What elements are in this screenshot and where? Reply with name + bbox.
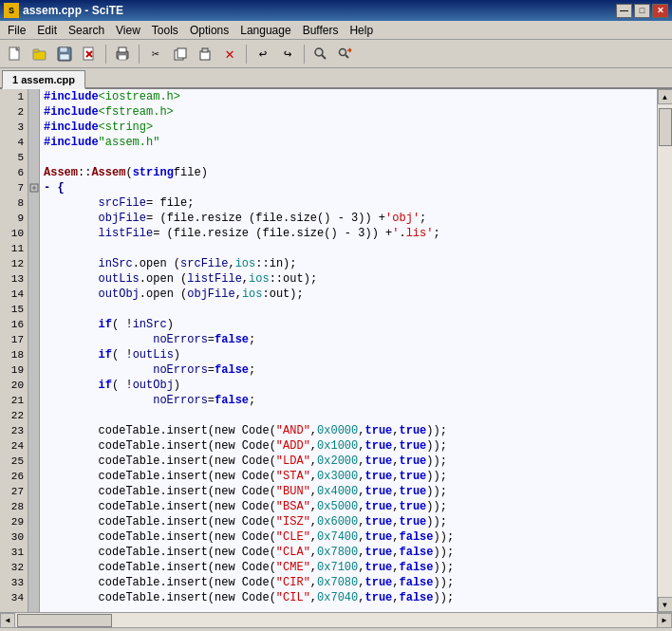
code-editor[interactable]: #include <iostream.h>#include <fstream.h… (40, 89, 657, 612)
fold-marker-3 (28, 120, 39, 135)
code-line-23: codeTable.insert(new Code("AND", 0x0000,… (44, 423, 653, 438)
menu-edit[interactable]: Edit (31, 22, 63, 39)
line-number-22: 22 (4, 408, 24, 423)
new-button[interactable] (4, 43, 27, 65)
toolbar-sep-4 (304, 45, 305, 64)
fold-marker-7 (28, 180, 39, 195)
fold-marker-26 (28, 469, 39, 484)
fold-marker-19 (28, 362, 39, 378)
fold-marker-16 (28, 317, 39, 332)
line-number-7: 7 (4, 180, 24, 195)
menu-search[interactable]: Search (63, 22, 110, 39)
fold-marker-34 (28, 590, 39, 605)
menu-view[interactable]: View (110, 22, 146, 39)
copy-button[interactable] (169, 43, 192, 65)
toolbar-sep-1 (105, 45, 106, 64)
redo-button[interactable]: ↪ (276, 43, 299, 65)
code-line-21: noErrors = false; (44, 393, 653, 408)
code-line-29: codeTable.insert(new Code("ISZ", 0x6000,… (44, 514, 653, 529)
find-button[interactable] (309, 43, 332, 65)
vertical-scrollbar[interactable]: ▲ ▼ (657, 89, 672, 612)
menu-file[interactable]: File (2, 22, 31, 39)
line-number-11: 11 (4, 241, 24, 256)
print-button[interactable] (111, 43, 134, 65)
tab-assem-cpp[interactable]: 1 assem.cpp (2, 70, 85, 89)
code-line-5 (44, 150, 653, 165)
code-line-30: codeTable.insert(new Code("CLE", 0x7400,… (44, 529, 653, 545)
tab-label: 1 assem.cpp (12, 74, 75, 85)
scroll-left-button[interactable]: ◀ (0, 613, 15, 628)
status-bar: li=1 co=1 INS (CR+LF) (0, 627, 672, 631)
svg-rect-2 (33, 49, 39, 52)
code-line-19: noErrors = false; (44, 362, 653, 378)
menu-help[interactable]: Help (344, 22, 379, 39)
find-replace-button[interactable] (334, 43, 357, 65)
code-line-33: codeTable.insert(new Code("CIR", 0x7080,… (44, 575, 653, 590)
fold-marker-18 (28, 347, 39, 362)
fold-marker-30 (28, 529, 39, 545)
scroll-up-button[interactable]: ▲ (658, 89, 673, 104)
line-number-17: 17 (4, 332, 24, 347)
code-line-3: #include <string> (44, 120, 653, 135)
line-number-4: 4 (4, 135, 24, 150)
svg-point-16 (315, 48, 323, 56)
line-number-34: 34 (4, 590, 24, 605)
code-line-10: listFile = (file.resize (file.size() - 3… (44, 226, 653, 241)
svg-line-19 (345, 55, 348, 58)
undo-button[interactable]: ↩ (252, 43, 274, 65)
tab-bar: 1 assem.cpp (0, 68, 672, 89)
menu-tools[interactable]: Tools (146, 22, 184, 39)
menu-buffers[interactable]: Buffers (297, 22, 345, 39)
svg-rect-5 (60, 54, 69, 60)
title-bar: S assem.cpp - SciTE — □ ✕ (0, 0, 672, 21)
fold-marker-14 (28, 287, 39, 302)
code-line-9: objFile = (file.resize (file.size() - 3)… (44, 211, 653, 226)
line-number-19: 19 (4, 362, 24, 378)
scroll-right-button[interactable]: ▶ (657, 613, 672, 628)
menu-bar: File Edit Search View Tools Options Lang… (0, 21, 672, 40)
fold-marker-15 (28, 302, 39, 317)
svg-rect-13 (177, 48, 186, 58)
code-line-26: codeTable.insert(new Code("STA", 0x3000,… (44, 469, 653, 484)
fold-marker-31 (28, 545, 39, 560)
menu-options[interactable]: Options (184, 22, 234, 39)
code-line-34: codeTable.insert(new Code("CIL", 0x7040,… (44, 590, 653, 605)
code-line-15 (44, 302, 653, 317)
scrollbar-track[interactable] (658, 104, 672, 597)
code-line-27: codeTable.insert(new Code("BUN", 0x4000,… (44, 484, 653, 499)
code-line-25: codeTable.insert(new Code("LDA", 0x2000,… (44, 454, 653, 469)
line-number-10: 10 (4, 226, 24, 241)
code-line-24: codeTable.insert(new Code("ADD", 0x1000,… (44, 438, 653, 454)
editor-scroll-area: 1234567891011121314151617181920212223242… (0, 89, 657, 612)
svg-rect-15 (202, 48, 208, 52)
fold-marker-20 (28, 378, 39, 393)
line-number-29: 29 (4, 514, 24, 529)
minimize-button[interactable]: — (616, 4, 632, 18)
code-line-17: noErrors = false; (44, 332, 653, 347)
code-line-11 (44, 241, 653, 256)
close-file-button[interactable] (78, 43, 101, 65)
menu-language[interactable]: Language (234, 22, 296, 39)
save-button[interactable] (53, 43, 76, 65)
fold-marker-32 (28, 560, 39, 575)
delete-button[interactable]: ✕ (218, 43, 241, 65)
code-line-22 (44, 408, 653, 423)
line-number-24: 24 (4, 438, 24, 454)
paste-button[interactable] (194, 43, 216, 65)
code-line-8: srcFile = file; (44, 195, 653, 211)
title-bar-left: S assem.cpp - SciTE (4, 3, 123, 18)
line-number-9: 9 (4, 211, 24, 226)
maximize-button[interactable]: □ (634, 4, 650, 18)
line-number-33: 33 (4, 575, 24, 590)
fold-marker-28 (28, 499, 39, 514)
line-number-16: 16 (4, 317, 24, 332)
open-button[interactable] (28, 43, 51, 65)
cut-button[interactable]: ✂ (144, 43, 167, 65)
line-number-30: 30 (4, 529, 24, 545)
fold-marker-29 (28, 514, 39, 529)
scrollbar-thumb[interactable] (659, 108, 672, 146)
h-scrollbar-thumb[interactable] (17, 614, 112, 627)
h-scrollbar-track[interactable] (15, 613, 657, 627)
close-button[interactable]: ✕ (652, 4, 668, 18)
scroll-down-button[interactable]: ▼ (658, 597, 673, 612)
